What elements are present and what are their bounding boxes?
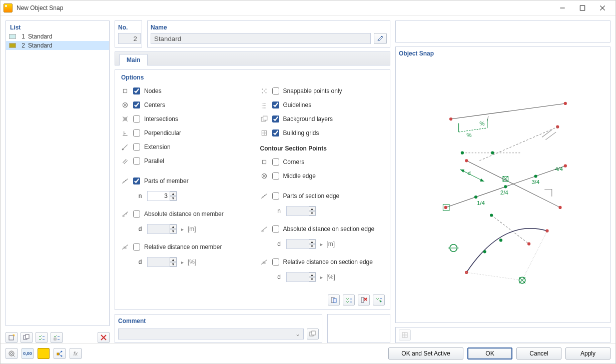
- svg-line-118: [59, 352, 61, 354]
- abs-section-checkbox[interactable]: [272, 226, 279, 232]
- ok-button[interactable]: OK: [467, 348, 512, 360]
- ok-set-active-button[interactable]: OK and Set Active: [388, 348, 463, 360]
- svg-line-48: [262, 231, 263, 232]
- fx-button[interactable]: fx: [70, 348, 82, 359]
- tree-button[interactable]: [54, 348, 66, 359]
- svg-point-121: [61, 356, 63, 357]
- copy-item-button[interactable]: [21, 332, 33, 343]
- svg-point-23: [124, 182, 125, 182]
- spin-up-icon[interactable]: ▲: [170, 192, 177, 196]
- cancel-button[interactable]: Cancel: [516, 348, 561, 360]
- parallel-icon: [121, 158, 129, 164]
- spin-down-icon[interactable]: ▼: [170, 196, 177, 200]
- parts-member-checkbox[interactable]: [133, 178, 140, 184]
- svg-text:2/4: 2/4: [500, 190, 509, 196]
- svg-rect-39: [263, 116, 267, 120]
- abs-member-d-spinner: ▲▼: [147, 224, 177, 234]
- arrow-right-icon: ▸: [320, 242, 323, 247]
- options-title: Options: [121, 74, 245, 81]
- parallel-label: Parallel: [144, 158, 164, 164]
- svg-point-46: [264, 195, 265, 196]
- comment-library-button[interactable]: [307, 328, 319, 340]
- color-button[interactable]: [38, 348, 50, 359]
- delete-item-button[interactable]: [98, 332, 110, 343]
- intersections-label: Intersections: [144, 116, 178, 122]
- apply-button[interactable]: Apply: [565, 348, 610, 360]
- svg-point-102: [483, 250, 486, 253]
- middle-checkbox[interactable]: [272, 172, 279, 180]
- rel-member-checkbox[interactable]: [133, 244, 140, 250]
- guidelines-checkbox[interactable]: [272, 102, 279, 108]
- list-row[interactable]: 1 Standard: [6, 32, 109, 41]
- info-panel: [395, 20, 610, 42]
- clear-opts-button[interactable]: [358, 294, 370, 306]
- check-all-opts-button[interactable]: [343, 294, 355, 306]
- svg-point-81: [474, 196, 477, 198]
- list-item-name: Standard: [28, 42, 53, 49]
- parts-section-checkbox[interactable]: [272, 192, 279, 200]
- corners-icon: [260, 158, 268, 166]
- nodes-label: Nodes: [144, 88, 162, 94]
- svg-rect-40: [262, 160, 266, 164]
- snappable-checkbox[interactable]: [272, 88, 279, 94]
- help-button[interactable]: [6, 348, 18, 359]
- comment-combo[interactable]: ⌄: [118, 328, 304, 340]
- svg-text:%: %: [124, 246, 127, 250]
- svg-marker-93: [460, 170, 464, 172]
- extension-checkbox[interactable]: [133, 144, 140, 150]
- window-title: New Object Snap: [17, 4, 552, 12]
- svg-point-103: [499, 238, 502, 242]
- rel-section-checkbox[interactable]: [272, 258, 279, 266]
- svg-point-96: [445, 206, 447, 208]
- close-button[interactable]: [592, 2, 612, 14]
- abs-member-checkbox[interactable]: [133, 210, 140, 218]
- svg-line-22: [122, 178, 128, 183]
- svg-point-79: [465, 159, 468, 162]
- units-button[interactable]: 0,00: [22, 348, 34, 359]
- reset-defaults-button[interactable]: [373, 294, 385, 306]
- name-label: Name: [151, 24, 387, 31]
- svg-point-98: [490, 214, 493, 216]
- preview-tool-button[interactable]: [399, 330, 411, 340]
- uncheck-all-button[interactable]: [51, 332, 63, 343]
- parallel-checkbox[interactable]: [133, 158, 140, 164]
- number-header-box: No.: [115, 20, 142, 48]
- new-item-button[interactable]: [6, 332, 18, 343]
- svg-marker-92: [480, 178, 484, 182]
- grids-checkbox[interactable]: [272, 130, 279, 136]
- nodes-checkbox[interactable]: [133, 88, 140, 94]
- svg-rect-53: [361, 298, 364, 302]
- svg-rect-8: [54, 338, 56, 340]
- tab-main[interactable]: Main: [119, 54, 148, 66]
- check-all-button[interactable]: [36, 332, 48, 343]
- svg-point-78: [564, 164, 567, 168]
- svg-point-24: [125, 180, 126, 181]
- copy-props-button[interactable]: [328, 294, 340, 306]
- maximize-button[interactable]: [572, 2, 592, 14]
- rel-section-icon: %: [260, 258, 268, 266]
- intersections-icon: [121, 116, 129, 122]
- parts-member-n-spinner[interactable]: ▲▼: [147, 191, 177, 201]
- middle-icon: [260, 172, 268, 180]
- guidelines-icon: [260, 102, 268, 108]
- corners-checkbox[interactable]: [272, 158, 279, 166]
- rel-member-icon: %: [121, 244, 129, 250]
- background-checkbox[interactable]: [272, 116, 279, 122]
- list-row[interactable]: 2 Standard: [6, 41, 109, 50]
- svg-line-25: [122, 212, 128, 216]
- svg-text:%: %: [479, 120, 484, 126]
- name-field[interactable]: [151, 33, 371, 44]
- abs-section-d-label: d: [276, 240, 282, 248]
- no-field: [118, 33, 141, 44]
- svg-line-59: [451, 104, 565, 119]
- intersections-checkbox[interactable]: [133, 116, 140, 122]
- rel-section-d-spinner: ▲▼: [286, 272, 316, 282]
- middle-label: Middle edge: [283, 172, 316, 180]
- centers-checkbox[interactable]: [133, 102, 140, 108]
- svg-text:1/4: 1/4: [477, 200, 485, 206]
- perpendicular-checkbox[interactable]: [133, 130, 140, 136]
- edit-name-button[interactable]: [374, 33, 387, 44]
- svg-line-106: [466, 272, 522, 280]
- svg-rect-117: [57, 353, 59, 355]
- minimize-button[interactable]: [552, 2, 572, 14]
